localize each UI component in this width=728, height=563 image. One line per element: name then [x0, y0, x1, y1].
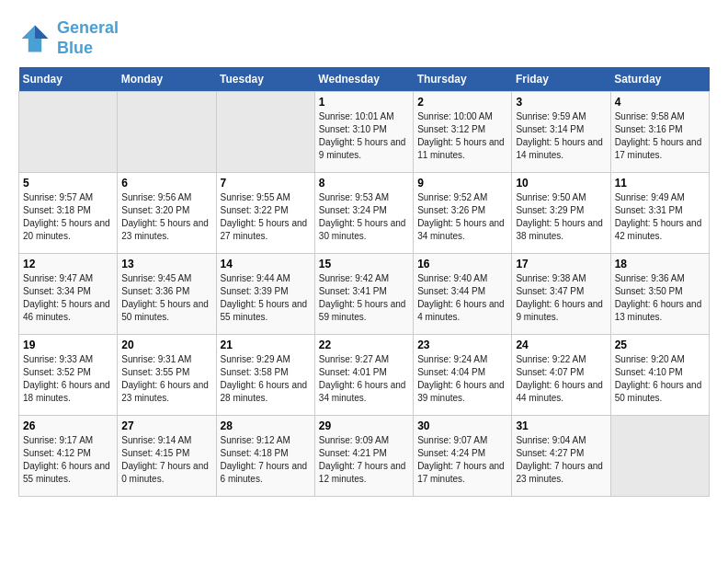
day-number: 31: [516, 419, 606, 432]
weekday-header-wednesday: Wednesday: [314, 67, 413, 92]
day-number: 29: [319, 419, 409, 432]
weekday-header-thursday: Thursday: [414, 67, 512, 92]
calendar-header: SundayMondayTuesdayWednesdayThursdayFrid…: [19, 67, 710, 92]
svg-marker-1: [35, 25, 48, 38]
day-info: Sunrise: 9:29 AMSunset: 3:58 PMDaylight:…: [221, 353, 311, 405]
day-number: 27: [121, 419, 211, 432]
day-number: 17: [516, 258, 606, 270]
calendar-week-5: 26Sunrise: 9:17 AMSunset: 4:12 PMDayligh…: [19, 416, 710, 497]
day-number: 4: [615, 96, 705, 109]
calendar-cell: 23Sunrise: 9:24 AMSunset: 4:04 PMDayligh…: [414, 335, 512, 416]
weekday-header-monday: Monday: [118, 67, 216, 92]
calendar-week-3: 12Sunrise: 9:47 AMSunset: 3:34 PMDayligh…: [19, 254, 710, 335]
calendar-cell: 25Sunrise: 9:20 AMSunset: 4:10 PMDayligh…: [610, 335, 709, 416]
day-number: 3: [516, 96, 606, 109]
day-number: 8: [319, 177, 409, 190]
day-info: Sunrise: 9:56 AMSunset: 3:20 PMDaylight:…: [121, 191, 211, 243]
calendar-cell: 29Sunrise: 9:09 AMSunset: 4:21 PMDayligh…: [314, 416, 413, 497]
day-number: 22: [319, 339, 409, 351]
day-info: Sunrise: 9:04 AMSunset: 4:27 PMDaylight:…: [516, 434, 606, 486]
calendar-cell: 15Sunrise: 9:42 AMSunset: 3:41 PMDayligh…: [314, 254, 413, 335]
day-number: 25: [615, 339, 705, 351]
day-info: Sunrise: 9:57 AMSunset: 3:18 PMDaylight:…: [23, 191, 113, 243]
day-info: Sunrise: 9:44 AMSunset: 3:39 PMDaylight:…: [221, 272, 311, 324]
day-number: 19: [23, 339, 113, 351]
calendar-table: SundayMondayTuesdayWednesdayThursdayFrid…: [18, 67, 710, 497]
weekday-header-tuesday: Tuesday: [216, 67, 314, 92]
day-info: Sunrise: 9:27 AMSunset: 4:01 PMDaylight:…: [319, 353, 409, 405]
calendar-cell: 24Sunrise: 9:22 AMSunset: 4:07 PMDayligh…: [512, 335, 610, 416]
calendar-cell: 5Sunrise: 9:57 AMSunset: 3:18 PMDaylight…: [19, 173, 118, 254]
day-info: Sunrise: 9:42 AMSunset: 3:41 PMDaylight:…: [319, 272, 409, 324]
calendar-cell: 6Sunrise: 9:56 AMSunset: 3:20 PMDaylight…: [118, 173, 216, 254]
calendar-cell: 16Sunrise: 9:40 AMSunset: 3:44 PMDayligh…: [414, 254, 512, 335]
calendar-cell: [610, 416, 709, 497]
calendar-cell: 30Sunrise: 9:07 AMSunset: 4:24 PMDayligh…: [414, 416, 512, 497]
calendar-week-2: 5Sunrise: 9:57 AMSunset: 3:18 PMDaylight…: [19, 173, 710, 254]
day-number: 11: [615, 177, 705, 190]
day-number: 15: [319, 258, 409, 270]
day-info: Sunrise: 9:33 AMSunset: 3:52 PMDaylight:…: [23, 353, 113, 405]
calendar-cell: 8Sunrise: 9:53 AMSunset: 3:24 PMDaylight…: [314, 173, 413, 254]
day-info: Sunrise: 9:50 AMSunset: 3:29 PMDaylight:…: [516, 191, 606, 243]
calendar-cell: 7Sunrise: 9:55 AMSunset: 3:22 PMDaylight…: [216, 173, 314, 254]
day-info: Sunrise: 9:36 AMSunset: 3:50 PMDaylight:…: [615, 272, 705, 324]
calendar-cell: [19, 92, 118, 173]
calendar-cell: 22Sunrise: 9:27 AMSunset: 4:01 PMDayligh…: [314, 335, 413, 416]
day-number: 5: [23, 177, 113, 190]
day-number: 16: [417, 258, 507, 270]
weekday-header-sunday: Sunday: [19, 67, 118, 92]
calendar-cell: 3Sunrise: 9:59 AMSunset: 3:14 PMDaylight…: [512, 92, 610, 173]
calendar-cell: 1Sunrise: 10:01 AMSunset: 3:10 PMDayligh…: [314, 92, 413, 173]
day-info: Sunrise: 9:17 AMSunset: 4:12 PMDaylight:…: [23, 434, 113, 486]
day-info: Sunrise: 9:12 AMSunset: 4:18 PMDaylight:…: [221, 434, 311, 486]
calendar-cell: 18Sunrise: 9:36 AMSunset: 3:50 PMDayligh…: [610, 254, 709, 335]
day-number: 12: [23, 258, 113, 270]
calendar-body: 1Sunrise: 10:01 AMSunset: 3:10 PMDayligh…: [19, 92, 710, 497]
day-info: Sunrise: 10:01 AMSunset: 3:10 PMDaylight…: [319, 110, 409, 162]
day-number: 28: [221, 419, 311, 432]
day-number: 24: [516, 339, 606, 351]
day-number: 1: [319, 96, 409, 109]
calendar-cell: 26Sunrise: 9:17 AMSunset: 4:12 PMDayligh…: [19, 416, 118, 497]
calendar-cell: 11Sunrise: 9:49 AMSunset: 3:31 PMDayligh…: [610, 173, 709, 254]
day-number: 23: [417, 339, 507, 351]
day-number: 20: [121, 339, 211, 351]
calendar-cell: [216, 92, 314, 173]
calendar-cell: 21Sunrise: 9:29 AMSunset: 3:58 PMDayligh…: [216, 335, 314, 416]
day-info: Sunrise: 9:45 AMSunset: 3:36 PMDaylight:…: [121, 272, 211, 324]
logo: General Blue: [18, 18, 119, 58]
calendar-cell: 14Sunrise: 9:44 AMSunset: 3:39 PMDayligh…: [216, 254, 314, 335]
day-number: 18: [615, 258, 705, 270]
calendar-cell: 31Sunrise: 9:04 AMSunset: 4:27 PMDayligh…: [512, 416, 610, 497]
day-info: Sunrise: 9:49 AMSunset: 3:31 PMDaylight:…: [615, 191, 705, 243]
day-info: Sunrise: 9:40 AMSunset: 3:44 PMDaylight:…: [417, 272, 507, 324]
page-header: General Blue: [18, 18, 710, 58]
calendar-cell: 20Sunrise: 9:31 AMSunset: 3:55 PMDayligh…: [118, 335, 216, 416]
weekday-header-friday: Friday: [512, 67, 610, 92]
day-number: 21: [221, 339, 311, 351]
day-number: 7: [221, 177, 311, 190]
calendar-cell: 27Sunrise: 9:14 AMSunset: 4:15 PMDayligh…: [118, 416, 216, 497]
calendar-week-4: 19Sunrise: 9:33 AMSunset: 3:52 PMDayligh…: [19, 335, 710, 416]
calendar-cell: 19Sunrise: 9:33 AMSunset: 3:52 PMDayligh…: [19, 335, 118, 416]
weekday-header-saturday: Saturday: [610, 67, 709, 92]
day-number: 26: [23, 419, 113, 432]
calendar-cell: 10Sunrise: 9:50 AMSunset: 3:29 PMDayligh…: [512, 173, 610, 254]
logo-text: General Blue: [57, 18, 119, 58]
calendar-week-1: 1Sunrise: 10:01 AMSunset: 3:10 PMDayligh…: [19, 92, 710, 173]
logo-icon: [18, 22, 51, 55]
weekday-header-row: SundayMondayTuesdayWednesdayThursdayFrid…: [19, 67, 710, 92]
day-info: Sunrise: 9:53 AMSunset: 3:24 PMDaylight:…: [319, 191, 409, 243]
day-info: Sunrise: 9:14 AMSunset: 4:15 PMDaylight:…: [121, 434, 211, 486]
day-info: Sunrise: 9:22 AMSunset: 4:07 PMDaylight:…: [516, 353, 606, 405]
day-info: Sunrise: 9:55 AMSunset: 3:22 PMDaylight:…: [221, 191, 311, 243]
day-number: 13: [121, 258, 211, 270]
calendar-cell: [118, 92, 216, 173]
day-info: Sunrise: 10:00 AMSunset: 3:12 PMDaylight…: [417, 110, 507, 162]
day-info: Sunrise: 9:47 AMSunset: 3:34 PMDaylight:…: [23, 272, 113, 324]
day-info: Sunrise: 9:52 AMSunset: 3:26 PMDaylight:…: [417, 191, 507, 243]
day-info: Sunrise: 9:24 AMSunset: 4:04 PMDaylight:…: [417, 353, 507, 405]
calendar-cell: 28Sunrise: 9:12 AMSunset: 4:18 PMDayligh…: [216, 416, 314, 497]
calendar-cell: 17Sunrise: 9:38 AMSunset: 3:47 PMDayligh…: [512, 254, 610, 335]
